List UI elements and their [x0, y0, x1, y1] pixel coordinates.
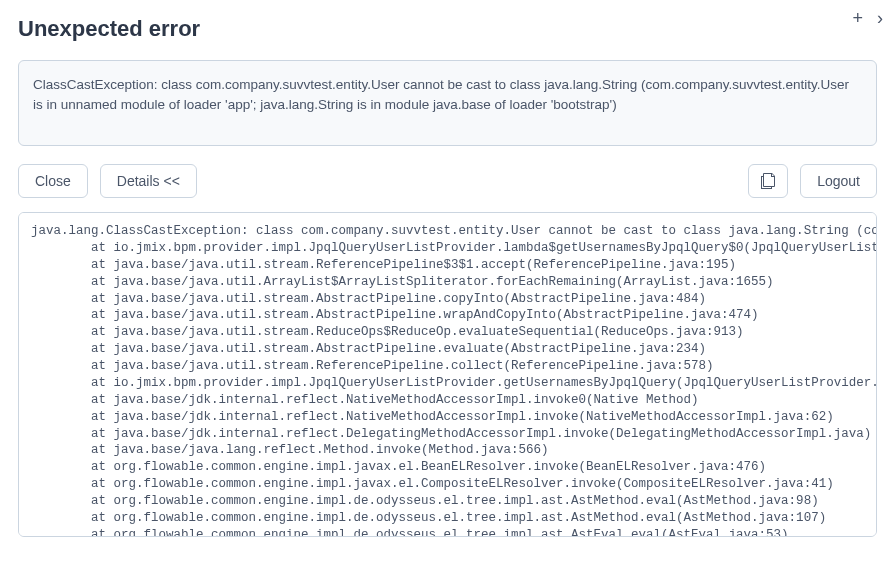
- error-message-text: ClassCastException: class com.company.su…: [33, 75, 862, 114]
- details-button[interactable]: Details <<: [100, 164, 197, 198]
- button-row: Close Details << Logout: [18, 164, 877, 198]
- dialog-title: Unexpected error: [18, 16, 877, 42]
- stacktrace-container[interactable]: java.lang.ClassCastException: class com.…: [18, 212, 877, 537]
- copy-icon: [761, 173, 775, 189]
- close-button[interactable]: Close: [18, 164, 88, 198]
- error-message-box: ClassCastException: class com.company.su…: [18, 60, 877, 146]
- plus-icon[interactable]: +: [852, 8, 863, 29]
- logout-button[interactable]: Logout: [800, 164, 877, 198]
- stacktrace-text: java.lang.ClassCastException: class com.…: [19, 213, 876, 537]
- copy-button[interactable]: [748, 164, 788, 198]
- chevron-right-icon[interactable]: ›: [877, 8, 883, 29]
